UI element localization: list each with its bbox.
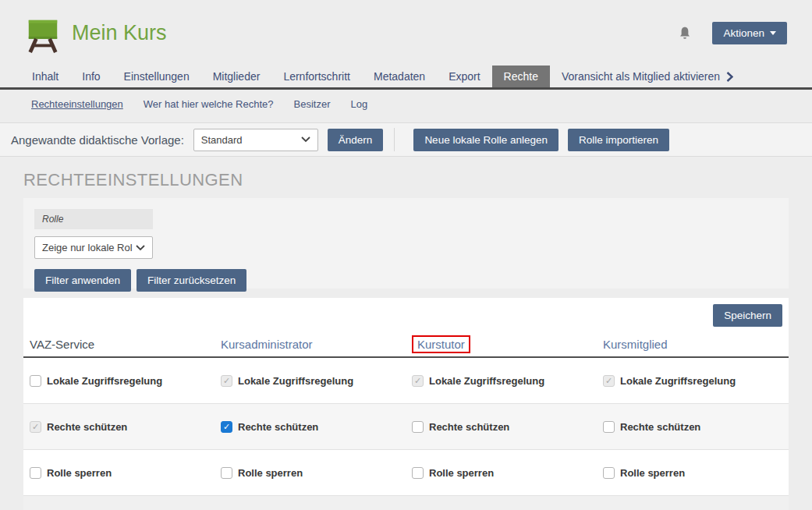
filter-panel: Rolle Zeige nur lokale Rol Filter anwend… [23,198,789,289]
permissions-table: Speichern VAZ-ServiceKursadministratorKu… [23,298,789,510]
chevron-right-icon [726,72,733,82]
permission-label: Lokale Zugriffsregelung [620,375,736,387]
toolbar-divider [394,128,395,151]
permission-cell: Rechte schützen [30,421,221,433]
didactic-template-label: Angewandte didaktische Vorlage: [11,133,184,147]
permission-cell: Rolle sperren [30,467,221,479]
caret-down-icon [770,31,776,35]
tab-lernfortschritt[interactable]: Lernfortschritt [271,66,362,87]
column-header[interactable]: Kurstutor [412,335,603,353]
permission-row: Lokale ZugriffsregelungLokale Zugriffsre… [23,358,789,404]
import-role-button[interactable]: Rolle importieren [568,129,669,151]
section-title: RECHTEEINSTELLUNGEN [23,170,789,190]
permission-label: Rolle sperren [238,467,303,479]
tab-metadaten[interactable]: Metadaten [362,66,437,87]
column-header[interactable]: Kursadministrator [221,338,412,351]
column-header[interactable]: Kursmitglied [603,338,795,351]
new-local-role-button[interactable]: Neue lokale Rolle anlegen [413,129,558,151]
tab-mitglieder[interactable]: Mitglieder [201,66,272,87]
permission-label: Lokale Zugriffsregelung [47,375,162,387]
permission-label: Lokale Zugriffsregelung [238,375,353,387]
chevron-down-icon [301,136,310,143]
permission-checkbox[interactable] [412,467,424,479]
course-blackboard-icon [25,17,61,53]
permission-cell: Rechte schützen [603,421,795,433]
permission-checkbox [412,375,424,387]
subtab-bar: RechteeinstellungenWer hat hier welche R… [0,90,812,119]
highlight-annotation-box: Kurstutor [412,335,470,353]
permission-checkbox[interactable] [603,421,615,433]
table-footer [23,496,789,510]
permission-cell: Lokale Zugriffsregelung [30,375,221,387]
permission-checkbox[interactable] [221,421,232,433]
permission-checkbox[interactable] [603,467,615,479]
permission-cell: Rolle sperren [603,467,795,479]
column-header: VAZ-Service [30,338,221,351]
role-filter-label: Rolle [34,209,153,229]
permission-checkbox[interactable] [221,467,232,479]
tab-info[interactable]: Info [70,66,112,87]
permission-cell: Rechte schützen [412,421,603,433]
permission-checkbox [603,375,615,387]
permission-cell: Lokale Zugriffsregelung [412,375,603,387]
permission-row: Rechte schützenRechte schützenRechte sch… [23,404,789,450]
permission-label: Rechte schützen [238,421,318,433]
role-filter-select[interactable]: Zeige nur lokale Rol [34,236,153,259]
save-button[interactable]: Speichern [713,304,782,327]
chevron-down-icon [136,245,145,251]
permission-cell: Lokale Zugriffsregelung [603,375,795,387]
tab-bar: InhaltInfoEinstellungenMitgliederLernfor… [0,66,812,90]
permission-cell: Rolle sperren [412,467,603,479]
permission-label: Rolle sperren [620,467,685,479]
preview-as-member-link[interactable]: Voransicht als Mitglied aktivieren [550,66,745,87]
permission-label: Lokale Zugriffsregelung [429,375,544,387]
permission-label: Rolle sperren [47,467,112,479]
didactic-template-value: Standard [201,134,243,146]
top-bar: Mein Kurs Aktionen [0,0,812,66]
notification-bell-icon[interactable] [678,26,692,41]
permission-cell: Rechte schützen [221,421,412,433]
permission-cell: Lokale Zugriffsregelung [221,375,412,387]
permission-row: Rolle sperrenRolle sperrenRolle sperrenR… [23,450,789,496]
permission-label: Rolle sperren [429,467,494,479]
change-template-button[interactable]: Ändern [328,129,384,151]
subtab[interactable]: Rechteeinstellungen [31,98,123,111]
permission-checkbox[interactable] [412,421,424,433]
permission-label: Rechte schützen [620,421,700,433]
permission-checkbox[interactable] [30,467,41,479]
filter-apply-button[interactable]: Filter anwenden [34,269,131,292]
filter-reset-button[interactable]: Filter zurücksetzen [137,269,246,292]
permission-label: Rechte schützen [47,421,127,433]
permission-checkbox [30,421,41,433]
role-filter-value: Zeige nur lokale Rol [42,242,133,253]
permission-checkbox [221,375,232,387]
tab-einstellungen[interactable]: Einstellungen [112,66,201,87]
didactic-template-select[interactable]: Standard [193,129,318,151]
tab-export[interactable]: Export [437,66,491,87]
toolbar: Angewandte didaktische Vorlage: Standard… [0,122,812,157]
permission-label: Rechte schützen [429,421,509,433]
page-title: Mein Kurs [72,21,167,45]
tab-inhalt[interactable]: Inhalt [20,66,70,87]
tab-rechte[interactable]: Rechte [492,66,550,87]
actions-button[interactable]: Aktionen [712,22,787,44]
permission-cell: Rolle sperren [221,467,412,479]
subtab[interactable]: Besitzer [294,98,331,111]
subtab[interactable]: Wer hat hier welche Rechte? [144,98,274,111]
permissions-table-header: VAZ-ServiceKursadministratorKurstutorKur… [23,331,789,358]
permissions-table-body: Lokale ZugriffsregelungLokale Zugriffsre… [23,358,789,496]
subtab[interactable]: Log [350,98,367,111]
permission-checkbox[interactable] [30,375,41,387]
